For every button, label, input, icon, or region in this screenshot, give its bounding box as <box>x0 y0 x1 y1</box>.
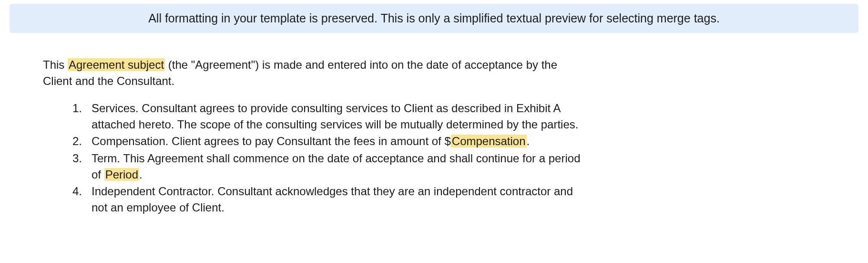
info-banner: All formatting in your template is prese… <box>10 4 858 33</box>
merge-tag-compensation[interactable]: Compensation <box>451 135 527 147</box>
list-item: 4. Independent Contractor. Consultant ac… <box>72 183 586 215</box>
intro-paragraph: This Agreement subject (the "Agreement")… <box>43 57 586 89</box>
numbered-list: 1. Services. Consultant agrees to provid… <box>43 100 586 215</box>
intro-prefix: This <box>43 58 68 71</box>
list-item: 1. Services. Consultant agrees to provid… <box>72 100 586 132</box>
merge-tag-agreement-subject[interactable]: Agreement subject <box>68 58 165 71</box>
list-item-prefix: Term. This Agreement shall commence on t… <box>92 152 580 181</box>
document-content: This Agreement subject (the "Agreement")… <box>10 57 620 215</box>
list-item-text: Independent Contractor. Consultant ackno… <box>92 185 573 214</box>
list-item-suffix: . <box>139 168 143 181</box>
info-banner-text: All formatting in your template is prese… <box>148 11 720 25</box>
list-number: 2. <box>72 133 82 149</box>
list-item: 2. Compensation. Client agrees to pay Co… <box>72 133 586 149</box>
list-item-text: Services. Consultant agrees to provide c… <box>92 102 578 131</box>
list-number: 1. <box>72 100 82 116</box>
list-number: 4. <box>72 183 82 200</box>
list-number: 3. <box>72 150 82 167</box>
list-item-prefix: Compensation. Client agrees to pay Consu… <box>92 135 451 147</box>
list-item: 3. Term. This Agreement shall commence o… <box>72 150 586 182</box>
list-item-suffix: . <box>527 135 530 147</box>
merge-tag-period[interactable]: Period <box>104 168 139 181</box>
